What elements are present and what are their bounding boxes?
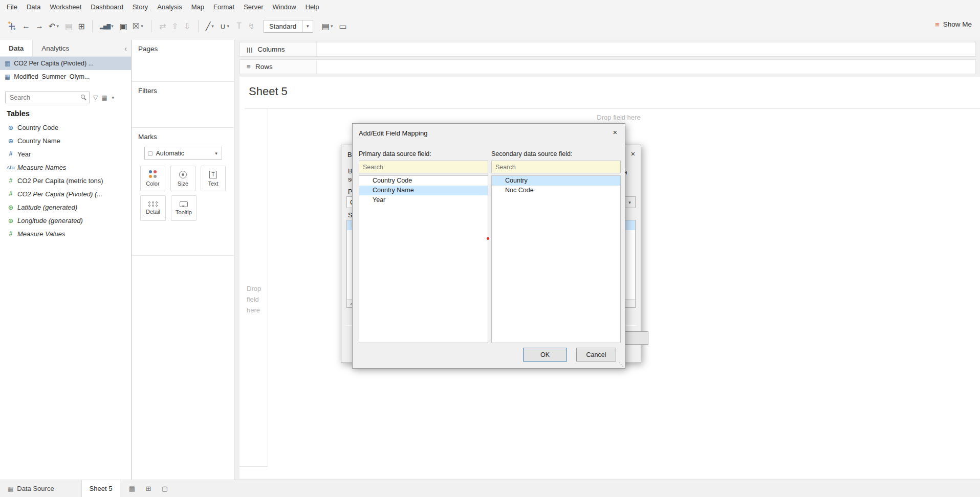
- tableau-logo-svg: [7, 21, 17, 31]
- field-item[interactable]: ⊕ Country Code: [0, 121, 131, 134]
- datasource-item[interactable]: ▦ Modified_Summer_Olym...: [0, 70, 131, 83]
- menu-dashboard[interactable]: Dashboard: [86, 1, 128, 13]
- highlight-button[interactable]: ╱▾: [203, 18, 217, 34]
- chevron-down-icon[interactable]: ▾: [330, 24, 334, 29]
- tab-data-source[interactable]: ▦ Data Source: [0, 480, 62, 497]
- forward-button[interactable]: →: [33, 18, 46, 34]
- field-label: Country Name: [17, 137, 60, 145]
- new-worksheet-button[interactable]: ▂▅▇▾: [97, 18, 117, 34]
- fit-selector[interactable]: Standard ▾: [264, 20, 313, 33]
- field-item[interactable]: # Measure Values: [0, 227, 131, 240]
- menu-server[interactable]: Server: [239, 1, 268, 13]
- clear-sheet-button[interactable]: ☒▾: [130, 18, 147, 34]
- chevron-down-icon[interactable]: ▾: [110, 24, 115, 29]
- search-input[interactable]: [5, 92, 90, 103]
- list-item-selected[interactable]: Country: [492, 176, 620, 186]
- columns-shelf-area[interactable]: [317, 42, 975, 56]
- list-item[interactable]: Noc Code: [492, 186, 620, 195]
- swap-axes-button[interactable]: ⇄: [157, 18, 169, 34]
- ok-button[interactable]: OK: [523, 348, 567, 362]
- close-icon[interactable]: ×: [610, 128, 620, 137]
- show-me-button[interactable]: ≡ Show Me: [935, 20, 972, 29]
- view-options-icon[interactable]: ▦: [101, 94, 107, 101]
- field-item[interactable]: ⊕ Latitude (generated): [0, 200, 131, 214]
- show-mark-labels-button[interactable]: T: [233, 18, 245, 34]
- show-hide-cards-button[interactable]: ▤▾: [319, 18, 337, 34]
- menu-data[interactable]: Data: [22, 1, 45, 13]
- group-members-button[interactable]: ∪▾: [217, 18, 233, 34]
- chevron-down-icon[interactable]: ▾: [210, 24, 215, 29]
- chevron-down-icon[interactable]: ▾: [140, 24, 144, 29]
- new-dashboard-tab-button[interactable]: ⊞: [142, 483, 155, 494]
- rows-shelf-area[interactable]: [317, 60, 975, 74]
- menu-story[interactable]: Story: [128, 1, 153, 13]
- chevron-down-icon[interactable]: ▾: [211, 151, 222, 156]
- pages-card[interactable]: Pages: [132, 40, 234, 82]
- menu-file[interactable]: File: [2, 1, 22, 13]
- undo-button[interactable]: ↶▾: [46, 18, 62, 34]
- duplicate-button[interactable]: ▣: [117, 18, 130, 34]
- datasource-item[interactable]: ▦ CO2 Per Capita (Pivoted) ...: [0, 57, 131, 70]
- field-item[interactable]: ⊕ Country Name: [0, 134, 131, 147]
- field-item[interactable]: ⊕ Longitude (generated): [0, 214, 131, 227]
- field-item[interactable]: Abc Measure Names: [0, 161, 131, 174]
- menu-map[interactable]: Map: [187, 1, 209, 13]
- resize-grip[interactable]: ⋱: [619, 362, 624, 367]
- filter-fields-icon[interactable]: ▽: [93, 94, 98, 101]
- cursor-dot: [487, 237, 489, 240]
- field-item[interactable]: # CO2 Per Capita (Pivoted) (...: [0, 187, 131, 200]
- detail-icon: [148, 201, 158, 207]
- color-button[interactable]: Color: [140, 166, 165, 191]
- cards-icon: ▤: [322, 21, 330, 31]
- chevron-down-icon[interactable]: ▾: [624, 197, 635, 208]
- menu-window[interactable]: Window: [268, 1, 300, 13]
- fit-selector-value: Standard: [264, 20, 302, 32]
- chevron-down-icon[interactable]: ▾: [55, 24, 60, 29]
- list-item[interactable]: Country Code: [359, 176, 488, 186]
- field-item[interactable]: # CO2 Per Capita (metric tons): [0, 174, 131, 187]
- primary-field-list[interactable]: Country Code Country Name Year: [359, 175, 488, 343]
- primary-search-input[interactable]: [359, 161, 488, 173]
- filters-card[interactable]: Filters: [132, 82, 234, 128]
- new-worksheet-tab-button[interactable]: ▤: [125, 483, 138, 494]
- menu-worksheet[interactable]: Worksheet: [45, 1, 86, 13]
- field-item[interactable]: # Year: [0, 147, 131, 161]
- new-datasource-button[interactable]: ⊞: [75, 18, 88, 34]
- fix-axes-button[interactable]: ↯: [245, 18, 257, 34]
- menu-format[interactable]: Format: [209, 1, 239, 13]
- field-mapping-dialog[interactable]: Add/Edit Field Mapping × Primary data so…: [352, 123, 625, 369]
- secondary-field-list[interactable]: Country Noc Code: [491, 175, 621, 343]
- presentation-mode-button[interactable]: ▭: [337, 18, 350, 34]
- tooltip-button[interactable]: Tooltip: [171, 195, 197, 221]
- list-item-selected[interactable]: Country Name: [359, 186, 488, 195]
- app-header: File Data Worksheet Dashboard Story Anal…: [0, 0, 980, 40]
- columns-shelf[interactable]: ||| Columns: [239, 42, 976, 57]
- secondary-search-input[interactable]: [491, 161, 621, 173]
- sort-ascending-button[interactable]: ⇧: [169, 18, 181, 34]
- tableau-logo-icon[interactable]: [4, 18, 19, 34]
- tab-analytics[interactable]: Analytics: [33, 40, 78, 56]
- new-story-tab-button[interactable]: ▢: [158, 483, 171, 494]
- tab-data[interactable]: Data: [0, 40, 33, 56]
- chevron-down-icon[interactable]: ▾: [111, 95, 116, 100]
- chevron-down-icon[interactable]: ▾: [226, 24, 231, 29]
- chevron-down-icon[interactable]: ▾: [302, 20, 313, 32]
- collapse-pane-icon[interactable]: ‹: [124, 44, 127, 53]
- list-item[interactable]: Year: [359, 195, 488, 205]
- drop-field-zone-left[interactable]: Drop field here: [247, 283, 261, 315]
- text-button[interactable]: T Text: [201, 166, 226, 191]
- menu-analysis[interactable]: Analysis: [153, 1, 186, 13]
- size-button[interactable]: Size: [170, 166, 195, 191]
- mark-type-select[interactable]: ▢ Automatic ▾: [144, 147, 222, 160]
- rows-shelf[interactable]: ≡ Rows: [239, 59, 976, 74]
- back-button[interactable]: ←: [19, 18, 33, 34]
- menu-help[interactable]: Help: [301, 1, 324, 13]
- sheet-tab-label: Sheet 5: [90, 485, 113, 492]
- detail-button[interactable]: Detail: [140, 195, 166, 221]
- sort-descending-button[interactable]: ⇩: [181, 18, 193, 34]
- drop-field-zone-top[interactable]: Drop field here: [597, 114, 640, 121]
- cancel-button[interactable]: Cancel: [576, 348, 616, 362]
- save-button[interactable]: ▤: [62, 18, 75, 34]
- tab-sheet-5[interactable]: Sheet 5: [81, 480, 121, 497]
- close-icon[interactable]: ×: [628, 149, 638, 158]
